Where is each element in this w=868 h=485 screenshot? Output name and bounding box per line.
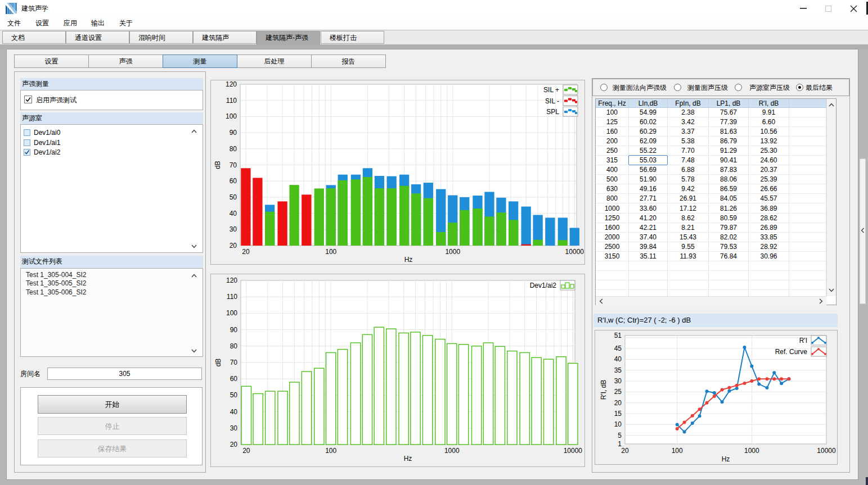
table-cell[interactable]: 15.43 <box>668 233 709 242</box>
table-cell[interactable]: 24.60 <box>749 156 789 165</box>
table-cell[interactable] <box>596 261 629 271</box>
table-cell[interactable] <box>789 204 826 214</box>
table-cell[interactable]: 7.70 <box>668 146 709 156</box>
table-cell[interactable] <box>789 280 826 290</box>
table-cell[interactable]: 79.53 <box>709 242 749 252</box>
table-cell[interactable] <box>789 184 826 194</box>
table-cell[interactable] <box>789 127 826 137</box>
table-cell[interactable]: 81.26 <box>709 204 749 214</box>
table-cell[interactable]: 51.90 <box>629 175 668 184</box>
table-cell[interactable] <box>789 165 826 175</box>
table-cell[interactable]: 1000 <box>596 204 629 214</box>
file-list-scroll-down[interactable] <box>191 347 197 354</box>
table-cell[interactable]: 3.37 <box>668 127 709 137</box>
table-cell[interactable] <box>749 261 789 271</box>
table-horizontal-scrollbar[interactable] <box>596 296 826 305</box>
table-cell[interactable]: 160 <box>596 127 629 137</box>
table-cell[interactable]: 49.16 <box>629 184 668 194</box>
table-cell[interactable]: 86.59 <box>709 184 749 194</box>
table-cell[interactable] <box>709 271 749 280</box>
maximize-button[interactable] <box>816 0 841 17</box>
table-cell[interactable]: 3.42 <box>668 117 709 127</box>
table-cell[interactable]: 2.38 <box>668 108 709 117</box>
table-cell[interactable] <box>596 271 629 280</box>
table-cell[interactable] <box>629 261 668 271</box>
table-cell[interactable]: 77.39 <box>709 117 749 127</box>
table-cell[interactable]: 42.21 <box>629 223 668 233</box>
channel-checkbox[interactable] <box>24 139 30 146</box>
table-cell[interactable] <box>596 290 629 296</box>
menu-apply[interactable]: 应用 <box>60 17 80 30</box>
table-cell[interactable] <box>789 108 826 117</box>
channel-list-scroll-down[interactable] <box>191 243 197 250</box>
table-cell[interactable] <box>789 194 826 203</box>
enable-intensity-checkbox[interactable] <box>24 96 32 103</box>
table-cell[interactable]: 30.96 <box>749 252 789 261</box>
table-cell[interactable]: 3150 <box>596 252 629 261</box>
panel-collapse-handle[interactable] <box>860 158 866 304</box>
table-cell[interactable]: 27.71 <box>629 194 668 203</box>
table-cell[interactable]: 39.84 <box>629 242 668 252</box>
table-cell[interactable] <box>709 290 749 296</box>
table-cell[interactable] <box>789 223 826 233</box>
table-cell[interactable] <box>596 280 629 290</box>
table-cell[interactable]: 100 <box>596 108 629 117</box>
table-cell[interactable] <box>789 146 826 156</box>
file-list-item[interactable]: Test 1_305-006_SI2 <box>26 288 86 297</box>
table-cell[interactable] <box>668 280 709 290</box>
close-button[interactable] <box>841 0 866 17</box>
channel-checkbox[interactable] <box>24 129 30 136</box>
table-cell[interactable]: 5.78 <box>668 175 709 184</box>
subtab-report[interactable]: 报告 <box>311 55 386 68</box>
table-cell[interactable]: 60.29 <box>629 127 668 137</box>
tab-reverberation-time[interactable]: 混响时间 <box>129 31 193 44</box>
table-cell[interactable]: 82.02 <box>709 233 749 242</box>
file-list-item[interactable]: Test 1_305-005_SI2 <box>26 279 86 288</box>
table-cell[interactable] <box>749 271 789 280</box>
table-cell[interactable] <box>629 290 668 296</box>
table-cell[interactable] <box>789 175 826 184</box>
table-cell[interactable]: 91.29 <box>709 146 749 156</box>
tab-floor-impact[interactable]: 楼板打击 <box>321 31 384 44</box>
scroll-down-arrow[interactable] <box>828 287 835 293</box>
table-cell[interactable]: 86.79 <box>709 137 749 146</box>
table-cell[interactable]: 41.20 <box>629 214 668 223</box>
table-cell[interactable]: 55.22 <box>629 146 668 156</box>
table-cell[interactable]: 62.09 <box>629 137 668 146</box>
radio-selected[interactable] <box>796 84 803 91</box>
scroll-right-arrow[interactable] <box>817 298 824 305</box>
minimize-button[interactable] <box>790 0 816 17</box>
table-cell[interactable]: 36.89 <box>749 204 789 214</box>
table-cell[interactable]: 11.93 <box>668 252 709 261</box>
subtab-measure[interactable]: 测量 <box>163 55 237 68</box>
menu-about[interactable]: 关于 <box>116 17 136 30</box>
tab-building-insulation-intensity[interactable]: 建筑隔声-声强 <box>257 31 320 45</box>
table-cell[interactable]: 400 <box>596 165 629 175</box>
table-cell[interactable] <box>789 117 826 127</box>
table-cell[interactable] <box>668 271 709 280</box>
radio-option[interactable] <box>600 84 608 91</box>
table-cell[interactable]: 8.21 <box>668 223 709 233</box>
table-cell[interactable]: 315 <box>596 156 629 165</box>
table-cell[interactable] <box>789 290 826 296</box>
radio-label[interactable]: 测量面声压级 <box>687 79 728 96</box>
table-cell[interactable]: 8.62 <box>668 214 709 223</box>
tab-document[interactable]: 文档 <box>2 31 66 44</box>
table-cell[interactable]: 54.99 <box>629 108 668 117</box>
table-cell[interactable] <box>749 290 789 296</box>
table-vertical-scrollbar[interactable] <box>826 99 836 296</box>
table-cell[interactable]: 45.57 <box>749 194 789 203</box>
radio-option[interactable] <box>674 84 681 91</box>
table-cell[interactable]: 6.60 <box>749 117 789 127</box>
table-cell[interactable]: 17.12 <box>668 204 709 214</box>
table-cell[interactable] <box>789 214 826 223</box>
table-cell[interactable] <box>709 261 749 271</box>
table-cell[interactable]: 250 <box>596 146 629 156</box>
table-cell[interactable]: 25.30 <box>749 146 789 156</box>
table-cell[interactable]: 200 <box>596 137 629 146</box>
table-cell[interactable]: 33.60 <box>629 204 668 214</box>
table-cell[interactable]: 79.87 <box>709 223 749 233</box>
table-cell[interactable]: 1600 <box>596 223 629 233</box>
table-cell[interactable]: 9.91 <box>749 108 789 117</box>
table-cell[interactable]: 88.06 <box>709 175 749 184</box>
